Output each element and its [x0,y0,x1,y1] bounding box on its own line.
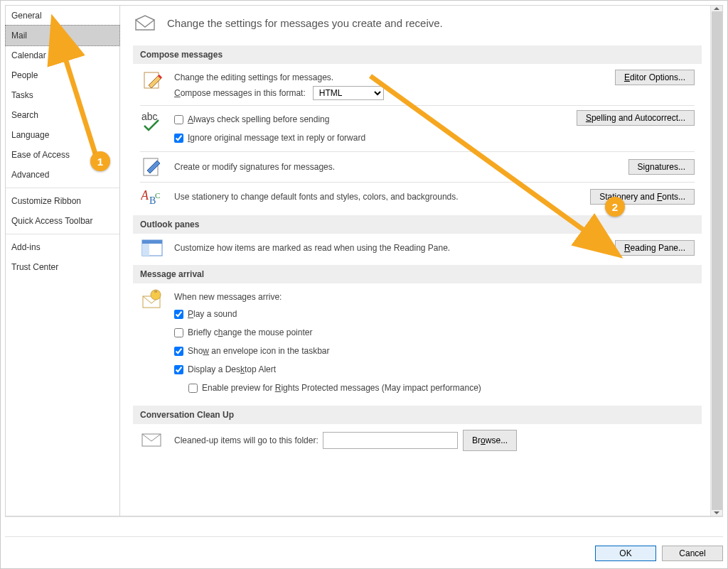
arrival-intro: When new messages arrive: [174,289,695,305]
ignore-original-checkbox[interactable]: Ignore original message text in reply or… [174,129,567,147]
svg-text:A: A [141,188,149,202]
cancel-button[interactable]: Cancel [662,546,723,561]
svg-text:C: C [155,191,160,200]
sidebar-item-language[interactable]: Language [6,125,119,145]
always-spellcheck-checkbox[interactable]: Always check spelling before sending [174,110,567,129]
sidebar-item-quick-access-toolbar[interactable]: Quick Access Toolbar [6,211,119,231]
section-compose-heading: Compose messages [133,45,702,64]
svg-rect-7 [142,240,162,244]
spellcheck-icon: abc [140,110,164,131]
ok-button[interactable]: OK [595,546,656,561]
scroll-down-icon[interactable] [714,511,719,514]
svg-rect-8 [142,244,149,256]
message-arrival-icon [140,289,164,310]
stationery-fonts-button[interactable]: Stationery and Fonts... [590,189,695,205]
envelope-icon-checkbox[interactable]: Show an envelope icon in the taskbar [174,342,695,360]
cleanup-envelope-icon [140,433,164,448]
compose-format-select[interactable]: HTML [313,86,384,100]
cleanup-folder-input[interactable] [323,432,458,449]
svg-rect-11 [154,291,157,293]
signatures-button[interactable]: Signatures... [628,159,695,175]
sidebar-item-add-ins[interactable]: Add-ins [6,237,119,257]
vertical-scrollbar[interactable] [710,6,722,516]
scroll-thumb[interactable] [712,11,722,510]
reading-pane-text: Customize how items are marked as read w… [174,240,605,256]
signature-icon [140,156,164,178]
sidebar-item-trust-center[interactable]: Trust Center [6,257,119,277]
page-title: Change the settings for messages you cre… [167,17,443,29]
options-content: Change the settings for messages you cre… [120,6,710,516]
section-panes-heading: Outlook panes [133,215,702,234]
sidebar-item-ease-of-access[interactable]: Ease of Access [6,145,119,165]
sidebar-item-general[interactable]: General [6,6,119,26]
section-cleanup-heading: Conversation Clean Up [133,406,702,424]
svg-text:abc: abc [141,111,158,122]
sidebar-item-advanced[interactable]: Advanced [6,165,119,185]
compose-edit-icon [140,70,164,91]
options-dialog: General Mail Calendar People Tasks Searc… [0,0,728,569]
change-pointer-checkbox[interactable]: Briefly change the mouse pointer [174,323,695,342]
sidebar-item-people[interactable]: People [6,65,119,85]
sidebar-item-customize-ribbon[interactable]: Customize Ribbon [6,191,119,211]
spelling-autocorrect-button[interactable]: Spelling and Autocorrect... [577,110,695,126]
page-header: Change the settings for messages you cre… [133,6,702,43]
signatures-text: Create or modify signatures for messages… [174,159,619,175]
editor-options-button[interactable]: Editor Options... [615,70,695,85]
stationery-icon: ABC [140,187,164,207]
dialog-footer: OK Cancel [5,536,723,561]
compose-edit-text: Change the editing settings for messages… [174,70,605,85]
reading-pane-button[interactable]: Reading Pane... [615,240,695,256]
sidebar-item-mail[interactable]: Mail [5,25,120,46]
options-sidebar: General Mail Calendar People Tasks Searc… [5,5,120,516]
reading-pane-icon [140,239,164,256]
compose-format-label: Compose messages in this format: [174,88,306,98]
section-arrival-heading: Message arrival [133,265,702,283]
scroll-up-icon[interactable] [714,7,719,10]
enable-preview-checkbox[interactable]: Enable preview for Rights Protected mess… [188,379,695,397]
stationery-text: Use stationery to change default fonts a… [174,189,580,205]
mail-envelope-icon [133,14,157,31]
sidebar-item-search[interactable]: Search [6,105,119,125]
desktop-alert-checkbox[interactable]: Display a Desktop Alert [174,360,695,379]
cleanup-browse-button[interactable]: Browse... [463,430,517,451]
play-sound-checkbox[interactable]: Play a sound [174,305,695,323]
cleanup-folder-label: Cleaned-up items will go to this folder: [174,435,318,445]
sidebar-item-calendar[interactable]: Calendar [6,45,119,65]
sidebar-item-tasks[interactable]: Tasks [6,85,119,105]
